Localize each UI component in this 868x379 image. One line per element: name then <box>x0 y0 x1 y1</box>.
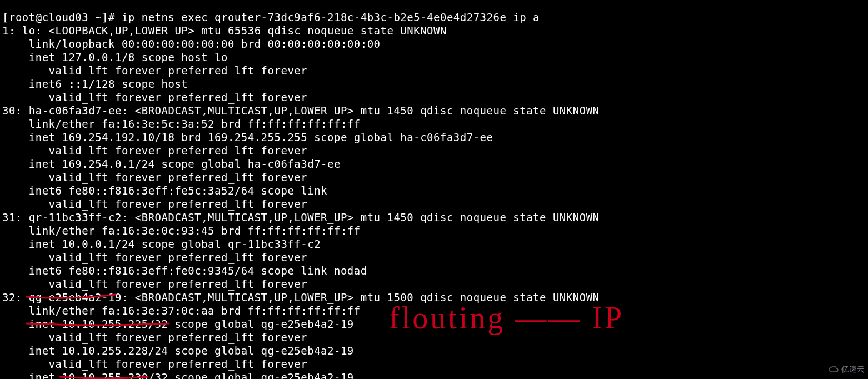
watermark: 亿速云 <box>828 362 865 376</box>
cloud-icon <box>828 365 839 373</box>
handwritten-note: flouting —— IP <box>389 311 624 325</box>
